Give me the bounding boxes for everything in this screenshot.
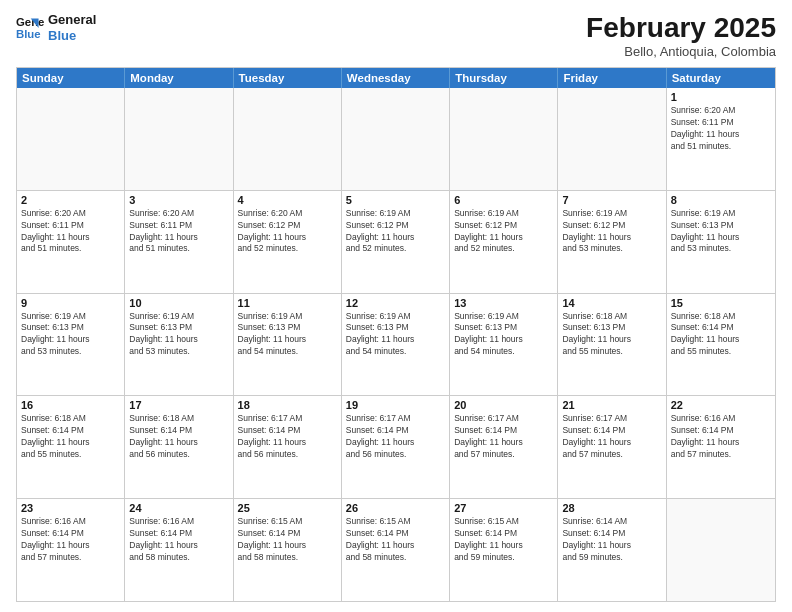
header-saturday: Saturday — [667, 68, 775, 88]
cell-1-1 — [17, 88, 125, 190]
title-block: February 2025 Bello, Antioquia, Colombia — [586, 12, 776, 59]
cell-date-1: 1 — [671, 91, 771, 103]
cell-info-9: Sunrise: 6:19 AM Sunset: 6:13 PM Dayligh… — [21, 311, 120, 359]
cell-5-4: 26Sunrise: 6:15 AM Sunset: 6:14 PM Dayli… — [342, 499, 450, 601]
cell-2-6: 7Sunrise: 6:19 AM Sunset: 6:12 PM Daylig… — [558, 191, 666, 293]
page: General Blue General Blue February 2025 … — [0, 0, 792, 612]
cell-2-3: 4Sunrise: 6:20 AM Sunset: 6:12 PM Daylig… — [234, 191, 342, 293]
cell-3-1: 9Sunrise: 6:19 AM Sunset: 6:13 PM Daylig… — [17, 294, 125, 396]
logo-text: General Blue — [48, 12, 96, 43]
cell-info-16: Sunrise: 6:18 AM Sunset: 6:14 PM Dayligh… — [21, 413, 120, 461]
cell-3-2: 10Sunrise: 6:19 AM Sunset: 6:13 PM Dayli… — [125, 294, 233, 396]
cell-info-22: Sunrise: 6:16 AM Sunset: 6:14 PM Dayligh… — [671, 413, 771, 461]
cell-info-10: Sunrise: 6:19 AM Sunset: 6:13 PM Dayligh… — [129, 311, 228, 359]
cell-1-5 — [450, 88, 558, 190]
cell-info-15: Sunrise: 6:18 AM Sunset: 6:14 PM Dayligh… — [671, 311, 771, 359]
header-friday: Friday — [558, 68, 666, 88]
cell-2-2: 3Sunrise: 6:20 AM Sunset: 6:11 PM Daylig… — [125, 191, 233, 293]
logo-icon: General Blue — [16, 14, 44, 42]
week-3: 9Sunrise: 6:19 AM Sunset: 6:13 PM Daylig… — [17, 294, 775, 397]
cell-date-26: 26 — [346, 502, 445, 514]
cell-info-6: Sunrise: 6:19 AM Sunset: 6:12 PM Dayligh… — [454, 208, 553, 256]
cell-date-2: 2 — [21, 194, 120, 206]
cell-info-7: Sunrise: 6:19 AM Sunset: 6:12 PM Dayligh… — [562, 208, 661, 256]
cell-3-4: 12Sunrise: 6:19 AM Sunset: 6:13 PM Dayli… — [342, 294, 450, 396]
cell-4-1: 16Sunrise: 6:18 AM Sunset: 6:14 PM Dayli… — [17, 396, 125, 498]
cell-3-3: 11Sunrise: 6:19 AM Sunset: 6:13 PM Dayli… — [234, 294, 342, 396]
cell-4-2: 17Sunrise: 6:18 AM Sunset: 6:14 PM Dayli… — [125, 396, 233, 498]
week-5: 23Sunrise: 6:16 AM Sunset: 6:14 PM Dayli… — [17, 499, 775, 601]
cell-date-8: 8 — [671, 194, 771, 206]
cell-4-4: 19Sunrise: 6:17 AM Sunset: 6:14 PM Dayli… — [342, 396, 450, 498]
cell-5-1: 23Sunrise: 6:16 AM Sunset: 6:14 PM Dayli… — [17, 499, 125, 601]
cell-4-7: 22Sunrise: 6:16 AM Sunset: 6:14 PM Dayli… — [667, 396, 775, 498]
header-sunday: Sunday — [17, 68, 125, 88]
cell-info-26: Sunrise: 6:15 AM Sunset: 6:14 PM Dayligh… — [346, 516, 445, 564]
cell-date-3: 3 — [129, 194, 228, 206]
cell-info-24: Sunrise: 6:16 AM Sunset: 6:14 PM Dayligh… — [129, 516, 228, 564]
header-thursday: Thursday — [450, 68, 558, 88]
cell-date-9: 9 — [21, 297, 120, 309]
cell-5-3: 25Sunrise: 6:15 AM Sunset: 6:14 PM Dayli… — [234, 499, 342, 601]
cell-info-18: Sunrise: 6:17 AM Sunset: 6:14 PM Dayligh… — [238, 413, 337, 461]
cell-date-12: 12 — [346, 297, 445, 309]
cell-4-3: 18Sunrise: 6:17 AM Sunset: 6:14 PM Dayli… — [234, 396, 342, 498]
cell-2-7: 8Sunrise: 6:19 AM Sunset: 6:13 PM Daylig… — [667, 191, 775, 293]
logo: General Blue General Blue — [16, 12, 96, 43]
cell-date-23: 23 — [21, 502, 120, 514]
week-1: 1Sunrise: 6:20 AM Sunset: 6:11 PM Daylig… — [17, 88, 775, 191]
cell-info-2: Sunrise: 6:20 AM Sunset: 6:11 PM Dayligh… — [21, 208, 120, 256]
cell-date-14: 14 — [562, 297, 661, 309]
calendar-header-row: Sunday Monday Tuesday Wednesday Thursday… — [17, 68, 775, 88]
cell-date-13: 13 — [454, 297, 553, 309]
calendar-title: February 2025 — [586, 12, 776, 44]
cell-date-7: 7 — [562, 194, 661, 206]
header-tuesday: Tuesday — [234, 68, 342, 88]
cell-date-25: 25 — [238, 502, 337, 514]
week-2: 2Sunrise: 6:20 AM Sunset: 6:11 PM Daylig… — [17, 191, 775, 294]
cell-date-4: 4 — [238, 194, 337, 206]
cell-5-5: 27Sunrise: 6:15 AM Sunset: 6:14 PM Dayli… — [450, 499, 558, 601]
cell-info-3: Sunrise: 6:20 AM Sunset: 6:11 PM Dayligh… — [129, 208, 228, 256]
calendar-subtitle: Bello, Antioquia, Colombia — [586, 44, 776, 59]
cell-date-28: 28 — [562, 502, 661, 514]
cell-date-24: 24 — [129, 502, 228, 514]
cell-info-19: Sunrise: 6:17 AM Sunset: 6:14 PM Dayligh… — [346, 413, 445, 461]
cell-3-6: 14Sunrise: 6:18 AM Sunset: 6:13 PM Dayli… — [558, 294, 666, 396]
cell-info-28: Sunrise: 6:14 AM Sunset: 6:14 PM Dayligh… — [562, 516, 661, 564]
cell-info-8: Sunrise: 6:19 AM Sunset: 6:13 PM Dayligh… — [671, 208, 771, 256]
cell-3-7: 15Sunrise: 6:18 AM Sunset: 6:14 PM Dayli… — [667, 294, 775, 396]
cell-info-12: Sunrise: 6:19 AM Sunset: 6:13 PM Dayligh… — [346, 311, 445, 359]
cell-info-13: Sunrise: 6:19 AM Sunset: 6:13 PM Dayligh… — [454, 311, 553, 359]
cell-date-19: 19 — [346, 399, 445, 411]
cell-date-6: 6 — [454, 194, 553, 206]
cell-date-18: 18 — [238, 399, 337, 411]
cell-date-5: 5 — [346, 194, 445, 206]
cell-info-20: Sunrise: 6:17 AM Sunset: 6:14 PM Dayligh… — [454, 413, 553, 461]
cell-date-16: 16 — [21, 399, 120, 411]
calendar-body: 1Sunrise: 6:20 AM Sunset: 6:11 PM Daylig… — [17, 88, 775, 601]
cell-date-15: 15 — [671, 297, 771, 309]
cell-4-6: 21Sunrise: 6:17 AM Sunset: 6:14 PM Dayli… — [558, 396, 666, 498]
cell-info-27: Sunrise: 6:15 AM Sunset: 6:14 PM Dayligh… — [454, 516, 553, 564]
svg-text:General: General — [16, 16, 44, 28]
cell-2-5: 6Sunrise: 6:19 AM Sunset: 6:12 PM Daylig… — [450, 191, 558, 293]
cell-2-4: 5Sunrise: 6:19 AM Sunset: 6:12 PM Daylig… — [342, 191, 450, 293]
cell-info-5: Sunrise: 6:19 AM Sunset: 6:12 PM Dayligh… — [346, 208, 445, 256]
cell-info-14: Sunrise: 6:18 AM Sunset: 6:13 PM Dayligh… — [562, 311, 661, 359]
cell-1-3 — [234, 88, 342, 190]
cell-3-5: 13Sunrise: 6:19 AM Sunset: 6:13 PM Dayli… — [450, 294, 558, 396]
cell-4-5: 20Sunrise: 6:17 AM Sunset: 6:14 PM Dayli… — [450, 396, 558, 498]
cell-5-2: 24Sunrise: 6:16 AM Sunset: 6:14 PM Dayli… — [125, 499, 233, 601]
cell-date-21: 21 — [562, 399, 661, 411]
cell-date-20: 20 — [454, 399, 553, 411]
cell-5-6: 28Sunrise: 6:14 AM Sunset: 6:14 PM Dayli… — [558, 499, 666, 601]
header: General Blue General Blue February 2025 … — [16, 12, 776, 59]
cell-1-6 — [558, 88, 666, 190]
cell-1-7: 1Sunrise: 6:20 AM Sunset: 6:11 PM Daylig… — [667, 88, 775, 190]
cell-info-21: Sunrise: 6:17 AM Sunset: 6:14 PM Dayligh… — [562, 413, 661, 461]
cell-info-1: Sunrise: 6:20 AM Sunset: 6:11 PM Dayligh… — [671, 105, 771, 153]
cell-date-17: 17 — [129, 399, 228, 411]
cell-1-2 — [125, 88, 233, 190]
cell-date-10: 10 — [129, 297, 228, 309]
